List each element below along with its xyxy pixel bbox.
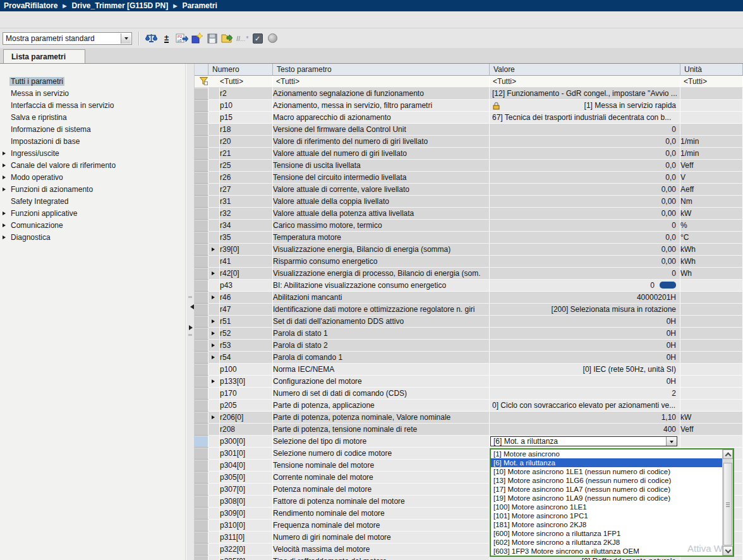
- collapse-left-icon[interactable]: [188, 304, 194, 309]
- expand-arrow-icon[interactable]: [3, 188, 8, 191]
- parameter-value-cell[interactable]: 400: [490, 424, 680, 436]
- row-header-cell[interactable]: [195, 424, 208, 436]
- row-header-cell[interactable]: [195, 172, 208, 184]
- insert-mode-icon[interactable]: II…*: [235, 32, 250, 45]
- table-row-r27[interactable]: r27Valore attuale di corrente, valore li…: [195, 184, 743, 196]
- row-header-cell[interactable]: [195, 436, 208, 448]
- table-row-r52[interactable]: r52Parola di stato 10H: [195, 328, 743, 340]
- table-row-p300-0[interactable]: p300[0]Selezione del tipo di motore[6] M…: [195, 436, 743, 448]
- expand-arrow-icon[interactable]: [3, 211, 8, 215]
- filter-cell[interactable]: <Tutti>: [208, 76, 273, 88]
- table-row-r47[interactable]: r47Identificazione dati motore e ottimiz…: [195, 304, 743, 316]
- row-header-cell[interactable]: [195, 268, 208, 280]
- chevron-down-icon[interactable]: [121, 33, 131, 44]
- dropdown-option[interactable]: [17] Motore asincrono 1LA7 (nessun numer…: [491, 485, 722, 494]
- save-icon[interactable]: [205, 32, 219, 45]
- breadcrumb-item-provarifilatore[interactable]: ProvaRifilatore: [4, 1, 57, 10]
- parameter-value-cell[interactable]: [200] Selezionata misura in rotazione: [490, 304, 680, 316]
- row-header-cell[interactable]: [195, 388, 208, 400]
- expand-arrow-icon[interactable]: [212, 319, 217, 323]
- table-row-r31[interactable]: r31Valore attuale della coppia livellato…: [195, 196, 743, 208]
- compare-icon[interactable]: [144, 32, 159, 45]
- sidebar-item-impostazioni-di-base[interactable]: Impostazioni di base: [0, 136, 185, 148]
- row-header-cell[interactable]: [195, 88, 208, 100]
- parameter-value-cell[interactable]: 40000201H: [490, 292, 680, 304]
- expand-cell[interactable]: [208, 292, 220, 304]
- scroll-down-icon[interactable]: [723, 546, 733, 556]
- table-row-r20[interactable]: r20Valore di riferimento del numero di g…: [195, 136, 743, 148]
- expand-cell[interactable]: [208, 376, 220, 388]
- filter-cell[interactable]: <Tutti>: [490, 76, 680, 88]
- sidebar-item-funzioni-applicative[interactable]: Funzioni applicative: [0, 208, 185, 220]
- table-row-r21[interactable]: r21Valore attuale del numero di giri liv…: [195, 148, 743, 160]
- table-row-p43[interactable]: p43BI: Abilitazione visualizzazione cons…: [195, 280, 743, 292]
- expand-arrow-icon[interactable]: [212, 271, 217, 275]
- filter-cell[interactable]: <Tutti>: [273, 76, 490, 88]
- parameter-value-cell[interactable]: 0H: [490, 352, 680, 364]
- expand-arrow-icon[interactable]: [212, 355, 217, 359]
- table-row-r2[interactable]: r2Azionamento segnalazione di funzioname…: [195, 88, 743, 100]
- expand-cell[interactable]: [208, 412, 220, 424]
- parameter-value-cell[interactable]: 0: [490, 124, 680, 136]
- motor-type-combobox[interactable]: [6] Mot. a riluttanza: [490, 436, 677, 446]
- parameter-value-cell[interactable]: 0,00: [490, 184, 680, 196]
- sidebar-item-interfaccia-di-messa-in-servizio[interactable]: Interfaccia di messa in servizio: [0, 100, 185, 112]
- show-parameters-select[interactable]: Mostra parametri standard: [3, 32, 132, 45]
- table-row-r32[interactable]: r32Valore attuale della potenza attiva l…: [195, 208, 743, 220]
- parameter-value-cell[interactable]: 0,00: [490, 244, 680, 256]
- expand-cell[interactable]: [208, 268, 220, 280]
- table-row-r26[interactable]: r26Tensione del circuito intermedio live…: [195, 172, 743, 184]
- row-header-cell[interactable]: [195, 376, 208, 388]
- table-row-r206-0[interactable]: r206[0]Parte di potenza, potenza nominal…: [195, 412, 743, 424]
- expand-cell[interactable]: [208, 244, 220, 256]
- column-header-testo-parametro[interactable]: Testo parametro: [273, 64, 490, 76]
- row-header-cell[interactable]: [195, 508, 208, 520]
- table-row-r39-0[interactable]: r39[0]Visualizzazione energia, Bilancio …: [195, 244, 743, 256]
- pane-splitter[interactable]: [186, 64, 195, 560]
- load-icon[interactable]: [220, 32, 234, 45]
- table-row-r25[interactable]: r25Tensione di uscita livellata0,0Veff: [195, 160, 743, 172]
- verify-icon[interactable]: ✓: [250, 32, 265, 45]
- expand-cell[interactable]: [208, 328, 220, 340]
- sidebar-item-safety-integrated[interactable]: Safety Integrated: [0, 196, 185, 208]
- sidebar-item-informazione-di-sistema[interactable]: Informazione di sistema: [0, 124, 185, 136]
- expand-arrow-icon[interactable]: [3, 152, 8, 155]
- parameter-value-cell[interactable]: [12] Funzionamento - GdR congel., impost…: [490, 88, 680, 100]
- row-header-cell[interactable]: [195, 232, 208, 244]
- table-row-r41[interactable]: r41Risparmio consumo energetico0,00kWh: [195, 256, 743, 268]
- table-row-r18[interactable]: r18Versione del firmware della Control U…: [195, 124, 743, 136]
- expand-arrow-icon[interactable]: [212, 379, 217, 383]
- table-row-r35[interactable]: r35Temperatura motore0,0°C: [195, 232, 743, 244]
- parameter-value-cell[interactable]: 0,0: [490, 136, 680, 148]
- sidebar-item-funzioni-di-azionamento[interactable]: Funzioni di azionamento: [0, 184, 185, 196]
- parameter-value-cell[interactable]: 0H: [490, 376, 680, 388]
- sidebar-item-ingressi-uscite[interactable]: Ingressi/uscite: [0, 148, 185, 160]
- expand-arrow-icon[interactable]: [3, 223, 8, 227]
- parameter-value-cell[interactable]: [0] IEC (rete 50Hz, unità SI): [490, 364, 680, 376]
- parameter-value-cell[interactable]: 0: [490, 280, 680, 292]
- parameter-value-cell[interactable]: 0H: [490, 328, 680, 340]
- transfer-parameters-icon[interactable]: P2 p5: [174, 32, 189, 45]
- row-header-cell[interactable]: [195, 256, 208, 268]
- dropdown-option[interactable]: [100] Motore asincrono 1LE1: [491, 503, 722, 511]
- expand-cell[interactable]: [208, 316, 220, 328]
- column-header-valore[interactable]: Valore: [490, 64, 680, 76]
- sidebar-item-diagnostica[interactable]: Diagnostica: [0, 232, 185, 244]
- expand-arrow-icon[interactable]: [212, 415, 217, 419]
- row-header-cell[interactable]: [195, 412, 208, 424]
- row-header-cell[interactable]: [195, 148, 208, 160]
- sidebar-item-canale-del-valore-di-riferimento[interactable]: Canale del valore di riferimento: [0, 160, 185, 172]
- row-header-cell[interactable]: [195, 460, 208, 472]
- row-header-cell[interactable]: [195, 484, 208, 496]
- table-row-p170[interactable]: p170Numero di set di dati di comando (CD…: [195, 388, 743, 400]
- dropdown-option[interactable]: [10] Motore asincrono 1LE1 (nessun numer…: [491, 467, 722, 476]
- row-header-cell[interactable]: [195, 364, 208, 376]
- table-row-r42-0[interactable]: r42[0]Visualizzazione energia di process…: [195, 268, 743, 280]
- expand-arrow-icon[interactable]: [3, 164, 8, 167]
- table-row-p205[interactable]: p205Parte di potenza, applicazione0] Cic…: [195, 400, 743, 412]
- parameter-value-cell[interactable]: 0] Ciclo con sovraccarico elevato per az…: [490, 400, 680, 412]
- breadcrumb-item-drive-trimmer-g115d-pn[interactable]: Drive_Trimmer [G115D PN]: [72, 1, 169, 10]
- dropdown-option[interactable]: [13] Motore asincrono 1LG6 (nessun numer…: [491, 476, 722, 485]
- table-row-r53[interactable]: r53Parola di stato 20H: [195, 340, 743, 352]
- column-header-numero[interactable]: Numero: [208, 64, 273, 76]
